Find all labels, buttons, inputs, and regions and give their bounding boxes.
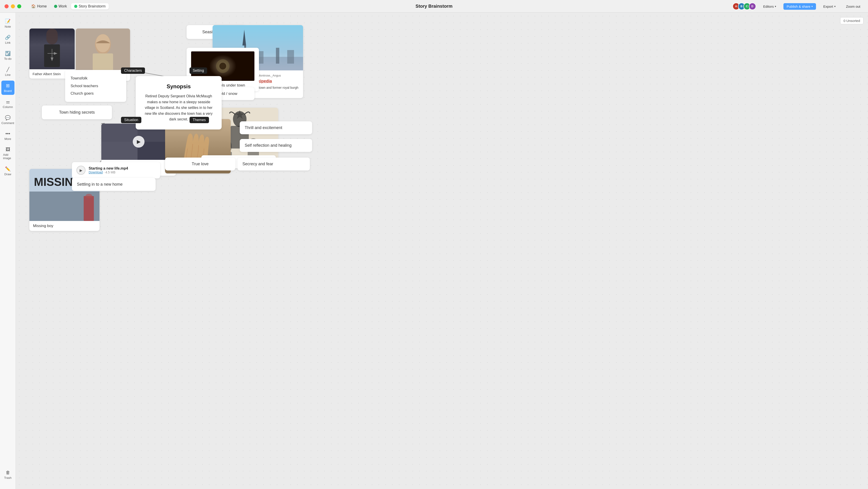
svg-rect-34	[287, 50, 294, 64]
card-thrill[interactable]: Thrill and excitement	[240, 121, 312, 134]
add-image-icon: 🖼	[6, 147, 10, 152]
self-reflection-text: Self reflection and healing	[245, 143, 291, 148]
sidebar-item-label: More	[4, 137, 11, 141]
publish-label: Publish & share	[786, 4, 810, 8]
sidebar-item-board[interactable]: ⊞ Board	[1, 81, 14, 95]
audio-title: Starting a new life.mp4	[89, 166, 156, 170]
characters-list-item-church: Church goers	[70, 90, 121, 97]
zoom-label: Zoom out	[846, 4, 860, 8]
audio-meta: Download · 4.5 MB	[89, 170, 156, 174]
sidebar-item-label: Link	[5, 41, 11, 45]
link-icon: 🔗	[5, 35, 11, 40]
sidebar-item-add-image[interactable]: 🖼 Add image	[1, 145, 14, 162]
town-secrets-text: Town hiding secrets	[59, 110, 95, 115]
sidebar-item-draw[interactable]: ✏️ Draw	[1, 164, 14, 178]
sidebar: 📝 Note 🔗 Link ☑️ To-do ╱ Line ⊞ Board ⚌ …	[0, 13, 16, 489]
sidebar-item-column[interactable]: ⚌ Column	[1, 97, 14, 111]
secrecy-fear-text: Secrecy and fear	[243, 162, 273, 166]
svg-rect-46	[101, 124, 137, 142]
missing-label: Missing boy	[29, 221, 99, 231]
sidebar-item-todo[interactable]: ☑️ To-do	[1, 49, 14, 63]
card-true-love[interactable]: True love	[165, 157, 235, 170]
todo-icon: ☑️	[5, 51, 11, 56]
export-label: Export	[823, 4, 833, 8]
column-icon: ⚌	[6, 99, 10, 104]
tab-work[interactable]: Work	[51, 3, 70, 9]
svg-rect-19	[46, 29, 58, 45]
sidebar-item-note[interactable]: 📝 Note	[1, 16, 14, 31]
characters-list-item-townsfolk: Townsfolk	[70, 75, 121, 82]
sidebar-item-label: Comment	[1, 121, 14, 125]
setting-connector-label: Setting	[189, 67, 207, 74]
card-town-secrets[interactable]: Town hiding secrets	[42, 106, 112, 119]
thrill-text: Thrill and excitement	[245, 125, 282, 130]
avatar: D	[749, 3, 756, 10]
editors-label: Editors	[763, 4, 774, 8]
synopsis-title: Synopsis	[142, 83, 215, 90]
editors-button[interactable]: Editors ▾	[760, 3, 780, 10]
svg-rect-44	[86, 194, 92, 198]
characters-list-item-teachers: School teachers	[70, 82, 121, 90]
svg-rect-43	[84, 196, 94, 221]
situation-connector-label: Situation	[121, 117, 141, 123]
card-secrecy-fear[interactable]: Secrecy and fear	[238, 157, 310, 170]
home-icon: 🏠	[31, 4, 36, 8]
audio-info: Starting a new life.mp4 Download · 4.5 M…	[89, 166, 156, 174]
tab-story-label: Story Brainstorm	[79, 4, 105, 8]
card-settling[interactable]: Settling in to a new home	[72, 178, 156, 191]
audio-download-link[interactable]: Download	[89, 170, 103, 174]
fullscreen-button[interactable]	[17, 4, 21, 8]
tab-home[interactable]: 🏠 Home	[28, 3, 50, 9]
trash-icon: 🗑	[6, 470, 10, 475]
sidebar-item-line[interactable]: ╱ Line	[1, 64, 14, 79]
characters-connector-label: Characters	[121, 67, 145, 74]
page-title: Story Brainstorm	[415, 4, 452, 9]
sidebar-item-more[interactable]: ••• More	[1, 129, 14, 143]
line-icon: ╱	[6, 67, 9, 72]
sidebar-item-comment[interactable]: 💬 Comment	[1, 113, 14, 127]
chevron-down-icon: ▾	[811, 5, 813, 8]
priest-figure	[29, 29, 74, 69]
editors-avatars: A B C D	[733, 3, 756, 10]
svg-rect-48	[101, 142, 137, 160]
traffic-lights	[0, 4, 26, 8]
card-audio[interactable]: ▶ Starting a new life.mp4 Download · 4.5…	[72, 162, 160, 178]
sidebar-item-link[interactable]: 🔗 Link	[1, 32, 14, 47]
sidebar-item-label: Trash	[4, 476, 11, 480]
sidebar-item-label: Note	[5, 25, 11, 28]
canvas[interactable]: 0 Unsorted	[16, 13, 868, 489]
settling-text: Settling in to a new home	[77, 182, 123, 186]
close-button[interactable]	[4, 4, 9, 8]
true-love-text: True love	[192, 162, 209, 166]
sidebar-item-label: Board	[4, 89, 12, 93]
export-button[interactable]: Export ▾	[820, 3, 839, 10]
sidebar-item-label: Add image	[3, 153, 13, 160]
nav-tabs: 🏠 Home Work Story Brainstorm	[26, 3, 109, 9]
publish-button[interactable]: Publish & share ▾	[783, 3, 816, 10]
sidebar-item-trash[interactable]: 🗑 Trash	[1, 468, 14, 482]
unsorted-label: 0 Unsorted	[844, 19, 860, 23]
note-icon: 📝	[5, 19, 11, 24]
tab-story-brainstorm[interactable]: Story Brainstorm	[71, 3, 109, 9]
svg-point-39	[219, 63, 226, 69]
comment-icon: 💬	[5, 115, 11, 120]
protagonist-image	[76, 29, 130, 71]
audio-size: 4.5 MB	[105, 170, 115, 174]
sidebar-item-label: Column	[3, 105, 13, 109]
tab-home-label: Home	[37, 4, 47, 8]
play-button[interactable]: ▶	[133, 136, 145, 148]
minimize-button[interactable]	[11, 4, 15, 8]
audio-play-button[interactable]: ▶	[76, 166, 86, 175]
chevron-down-icon: ▾	[775, 5, 776, 8]
zoom-out-button[interactable]: Zoom out	[843, 3, 864, 10]
sidebar-item-label: Draw	[4, 173, 11, 176]
card-self-reflection[interactable]: Self reflection and healing	[240, 139, 312, 152]
draw-icon: ✏️	[5, 166, 11, 172]
audio-separator: ·	[103, 170, 105, 174]
svg-rect-33	[276, 48, 279, 64]
sidebar-item-label: Line	[5, 73, 11, 77]
card-characters-list[interactable]: Townsfolk School teachers Church goers	[65, 70, 126, 102]
more-icon: •••	[5, 131, 10, 136]
chevron-down-icon: ▾	[834, 5, 836, 8]
audio-row: ▶ Starting a new life.mp4 Download · 4.5…	[76, 166, 156, 175]
